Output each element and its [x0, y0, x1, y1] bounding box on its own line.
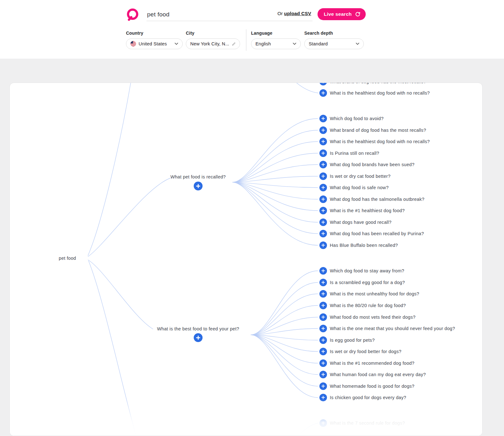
- question-row: What is the 80/20 rule for dog food?: [319, 302, 406, 309]
- chevron-down-icon: [175, 43, 178, 45]
- question-label: What human food can my dog eat every day…: [330, 372, 426, 377]
- question-label: What dog food has the salmonella outbrea…: [330, 197, 424, 202]
- language-label: Language: [251, 31, 272, 36]
- add-question-button[interactable]: [319, 382, 327, 390]
- question-label: What brand of dog food has the most reca…: [330, 83, 426, 84]
- add-question-button[interactable]: [319, 172, 327, 180]
- question-row: What human food can my dog eat every day…: [319, 371, 426, 378]
- question-row: What homemade food is good for dogs?: [319, 382, 415, 390]
- question-row: Is wet or dry cat food better?: [319, 172, 391, 180]
- question-label: What brand of dog food has the most reca…: [330, 128, 426, 133]
- add-question-button[interactable]: [319, 184, 327, 191]
- add-question-button[interactable]: [319, 138, 327, 145]
- add-question-button[interactable]: [319, 394, 327, 401]
- question-label: What is the healthiest dog food with no …: [330, 90, 430, 96]
- add-question-button[interactable]: [319, 149, 327, 157]
- city-select[interactable]: New York City, N...: [186, 38, 240, 49]
- question-row: What is the healthiest dog food with no …: [319, 89, 430, 97]
- question-row: What is the 7 second rule for dogs?: [319, 419, 405, 427]
- question-row: What brand of dog food has the most reca…: [319, 83, 426, 85]
- search-depth-select[interactable]: Standard: [304, 38, 364, 49]
- question-label: What dog food brands have been sued?: [330, 162, 415, 167]
- question-row: Which dog food to avoid?: [319, 115, 384, 122]
- question-row: What food do most vets feed their dogs?: [319, 313, 415, 321]
- language-value: English: [255, 41, 290, 46]
- chevron-down-icon: [356, 43, 359, 45]
- question-row: What dog food is safe now?: [319, 184, 389, 191]
- question-label: Which dog food to avoid?: [330, 116, 384, 121]
- question-label: Is Purina still on recall?: [330, 151, 379, 156]
- add-question-button[interactable]: [319, 89, 327, 97]
- city-value: New York City, N...: [190, 41, 229, 46]
- question-row: What is the #1 recommended dog food?: [319, 359, 415, 367]
- question-label: What is the 7 second rule for dogs?: [330, 421, 405, 426]
- question-label: What dog food is safe now?: [330, 185, 389, 190]
- pencil-icon: [232, 42, 236, 46]
- add-question-button[interactable]: [319, 371, 327, 378]
- add-question-button[interactable]: [319, 126, 327, 134]
- question-row: Which dog food to stay away from?: [319, 267, 404, 275]
- question-label: What is the most unhealthy food for dogs…: [330, 291, 419, 296]
- add-question-button[interactable]: [319, 348, 327, 355]
- add-question-button[interactable]: [319, 267, 327, 275]
- live-search-label: Live search: [324, 11, 352, 17]
- upload-csv-row: Orupload CSV: [278, 11, 311, 16]
- expand-branch-button[interactable]: [194, 333, 203, 342]
- refresh-icon: [355, 11, 361, 17]
- live-search-button[interactable]: Live search: [318, 8, 366, 20]
- question-row: What brand of dog food has the most reca…: [319, 126, 426, 134]
- root-keyword: pet food: [59, 256, 76, 261]
- add-question-button[interactable]: [319, 230, 327, 237]
- question-row: What is the #1 healthiest dog food?: [319, 207, 405, 214]
- add-question-button[interactable]: [319, 83, 327, 85]
- country-select[interactable]: United States: [126, 38, 183, 49]
- city-label: City: [186, 31, 194, 36]
- add-question-button[interactable]: [319, 313, 327, 321]
- expand-branch-button[interactable]: [194, 182, 203, 190]
- add-question-button[interactable]: [319, 195, 327, 203]
- add-question-button[interactable]: [319, 325, 327, 332]
- add-question-button[interactable]: [319, 336, 327, 344]
- question-label: Is a scrambled egg good for a dog?: [330, 280, 405, 285]
- workspace: Zoom 75% Download: [0, 59, 504, 436]
- or-label: Or: [278, 11, 283, 16]
- question-label: Is chicken good for dogs every day?: [330, 395, 406, 400]
- question-row: What is the one meat that you should nev…: [319, 325, 455, 332]
- header: Orupload CSV Live search Country City La…: [0, 0, 504, 59]
- question-row: Is a scrambled egg good for a dog?: [319, 279, 405, 286]
- question-label: What food do most vets feed their dogs?: [330, 315, 415, 320]
- magnifier-logo-icon: [127, 9, 140, 22]
- question-row: What dog food brands have been sued?: [319, 161, 415, 168]
- add-question-button[interactable]: [319, 359, 327, 367]
- add-question-button[interactable]: [319, 218, 327, 226]
- question-label: What dog food has been recalled by Purin…: [330, 231, 424, 236]
- add-question-button[interactable]: [319, 419, 327, 427]
- add-question-button[interactable]: [319, 290, 327, 298]
- question-row: Has Blue Buffalo been recalled?: [319, 241, 398, 249]
- country-value: United States: [139, 41, 172, 46]
- add-question-button[interactable]: [319, 241, 327, 249]
- question-row: Is wet or dry food better for dogs?: [319, 348, 401, 355]
- question-row: Is egg good for pets?: [319, 336, 375, 344]
- question-row: What dog food has the salmonella outbrea…: [319, 195, 424, 203]
- add-question-button[interactable]: [319, 207, 327, 214]
- add-question-button[interactable]: [319, 115, 327, 122]
- add-question-button[interactable]: [319, 302, 327, 309]
- question-label: Has Blue Buffalo been recalled?: [330, 243, 398, 248]
- add-question-button[interactable]: [319, 279, 327, 286]
- question-label: What is the #1 recommended dog food?: [330, 361, 415, 366]
- question-label: What is the 80/20 rule for dog food?: [330, 303, 406, 308]
- question-row: What is the healthiest dog food with no …: [319, 138, 430, 145]
- question-label: Is wet or dry food better for dogs?: [330, 349, 401, 354]
- question-row: What dog food has been recalled by Purin…: [319, 230, 424, 237]
- question-row: Is chicken good for dogs every day?: [319, 394, 406, 401]
- language-select[interactable]: English: [251, 38, 301, 49]
- add-question-button[interactable]: [319, 161, 327, 168]
- question-label: Is wet or dry cat food better?: [330, 174, 391, 179]
- upload-csv-link[interactable]: upload CSV: [284, 11, 311, 16]
- mindmap-canvas[interactable]: pet food What pet food is recalled? What…: [9, 83, 483, 436]
- question-label: What is the one meat that you should nev…: [330, 326, 455, 331]
- branch-question-label: What is the best food to feed your pet?: [157, 326, 239, 331]
- filters-divider: [246, 29, 246, 51]
- question-label: What dogs have good recall?: [330, 220, 392, 225]
